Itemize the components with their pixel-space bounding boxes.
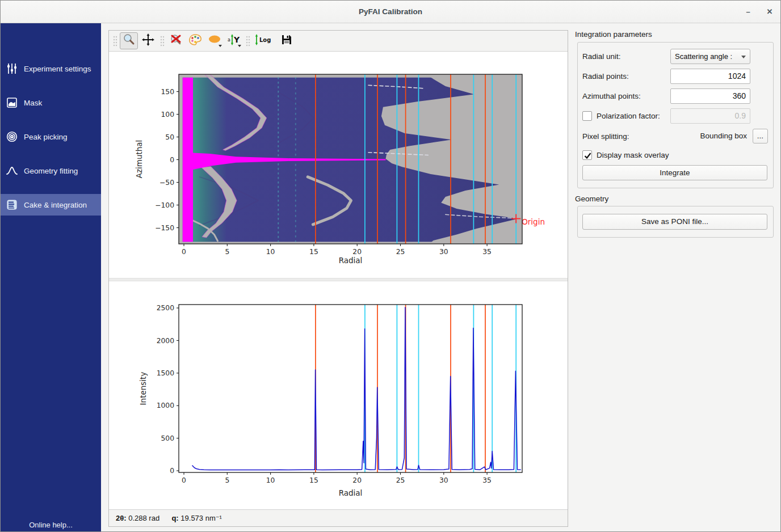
svg-text:5: 5 xyxy=(225,248,229,256)
sidebar: Experiment settings Mask Peak picking Ge… xyxy=(1,23,101,532)
radial-points-input[interactable]: 1024 xyxy=(670,69,750,84)
mask-icon xyxy=(6,96,18,109)
svg-text:Log: Log xyxy=(259,37,271,43)
integration-parameters-group: Radial unit: Scattering angle : Radial p… xyxy=(577,42,774,188)
svg-text:0: 0 xyxy=(170,467,174,475)
log-scale-button[interactable]: Log xyxy=(253,32,276,49)
sidebar-item-label: Peak picking xyxy=(24,133,68,141)
plot-panel: aY Log Origin05101520253035−150−100−5005… xyxy=(108,30,568,527)
rings-icon xyxy=(6,130,18,143)
sidebar-item-peak-picking[interactable]: Peak picking xyxy=(1,126,101,147)
q-label: q: xyxy=(171,514,178,522)
svg-text:0: 0 xyxy=(182,476,186,484)
svg-text:35: 35 xyxy=(482,476,492,484)
sidebar-item-geometry-fitting[interactable]: Geometry fitting xyxy=(1,160,101,181)
svg-text:30: 30 xyxy=(439,248,448,256)
integration-plot-canvas[interactable]: 0510152025303505001000150020002500Radial… xyxy=(109,282,568,509)
tth-value: 0.288 rad xyxy=(128,514,159,522)
svg-text:Radial: Radial xyxy=(339,256,363,265)
colormap-palette-icon xyxy=(188,33,203,49)
svg-text:−100: −100 xyxy=(155,201,174,209)
svg-text:Origin: Origin xyxy=(522,217,545,226)
svg-text:Radial: Radial xyxy=(339,488,363,497)
sidebar-item-label: Mask xyxy=(24,99,42,107)
minimize-button[interactable]: – xyxy=(740,1,757,23)
geometry-title: Geometry xyxy=(575,195,608,203)
save-poni-button[interactable]: Save as PONI file... xyxy=(582,214,767,230)
sidebar-item-cake-integration[interactable]: Cake & integration xyxy=(1,194,101,216)
y-autoscale-button[interactable]: aY xyxy=(225,32,243,49)
svg-text:0: 0 xyxy=(182,248,186,256)
svg-text:150: 150 xyxy=(161,88,174,96)
log-scale-icon: Log xyxy=(253,33,276,49)
svg-text:Azimuthal: Azimuthal xyxy=(135,140,144,179)
close-button[interactable]: ✕ xyxy=(761,1,778,23)
chevron-down-icon xyxy=(219,45,222,47)
svg-text:a: a xyxy=(228,37,230,43)
zoom-tool-button[interactable] xyxy=(120,32,138,49)
svg-text:20: 20 xyxy=(352,248,362,256)
polarization-input[interactable]: 0.9 xyxy=(670,108,750,124)
plot-splitter[interactable] xyxy=(109,278,568,281)
integration-1d-chart[interactable]: 0510152025303505001000150020002500Radial… xyxy=(109,282,568,512)
polarization-label: Polarization factor: xyxy=(597,108,660,124)
window-title: PyFAI Calibration xyxy=(1,1,780,23)
save-button[interactable] xyxy=(278,32,296,49)
app-window: PyFAI Calibration – ✕ Experiment setting… xyxy=(0,0,781,532)
svg-text:1000: 1000 xyxy=(157,402,174,409)
svg-text:25: 25 xyxy=(396,248,405,256)
toolbar-grip[interactable] xyxy=(112,35,117,47)
zoom-icon xyxy=(122,33,136,49)
colormap-button[interactable] xyxy=(186,32,204,49)
display-mask-checkbox[interactable] xyxy=(582,150,592,160)
save-floppy-icon xyxy=(280,33,293,49)
svg-text:15: 15 xyxy=(309,248,318,256)
polarization-checkbox[interactable] xyxy=(582,111,592,121)
chevron-down-icon xyxy=(741,56,746,58)
display-mask-label: Display mask overlay xyxy=(597,147,669,163)
pixel-splitting-value: Bounding box xyxy=(700,129,747,143)
svg-text:30: 30 xyxy=(439,476,448,484)
svg-text:15: 15 xyxy=(309,476,318,484)
svg-text:35: 35 xyxy=(482,248,492,256)
q-value: 19.573 nm⁻¹ xyxy=(180,514,222,522)
svg-text:10: 10 xyxy=(266,476,275,484)
pan-tool-button[interactable] xyxy=(139,32,157,49)
zoom-reset-button[interactable] xyxy=(167,32,185,49)
online-help-link[interactable]: Online help... xyxy=(1,521,101,529)
geometry-group: Save as PONI file... xyxy=(577,206,774,238)
zoom-reset-icon xyxy=(169,33,183,49)
sliders-icon xyxy=(6,62,18,75)
cake-layers-icon xyxy=(6,199,18,211)
toolbar-grip[interactable] xyxy=(245,35,250,47)
integrate-button[interactable]: Integrate xyxy=(582,165,767,180)
toolbar-grip[interactable] xyxy=(159,35,165,47)
sidebar-item-label: Geometry fitting xyxy=(24,167,78,175)
integration-parameters-title: Integration parameters xyxy=(575,30,652,39)
svg-text:0: 0 xyxy=(170,156,174,164)
peak-curve-icon xyxy=(6,164,18,177)
mask-display-button[interactable] xyxy=(205,32,224,49)
cake-plot-canvas[interactable]: Origin05101520253035−150−100−50050100150… xyxy=(109,52,568,278)
pixel-splitting-more-button[interactable]: ... xyxy=(753,129,768,143)
radial-unit-select[interactable]: Scattering angle : xyxy=(670,49,750,64)
svg-text:−150: −150 xyxy=(155,224,174,232)
svg-text:10: 10 xyxy=(266,248,275,256)
svg-text:Intensity: Intensity xyxy=(138,372,148,406)
plot-statusbar: 2θ: 0.288 rad q: 19.573 nm⁻¹ xyxy=(109,509,568,526)
svg-text:100: 100 xyxy=(161,111,174,119)
radial-unit-value: Scattering angle : xyxy=(675,52,732,61)
sidebar-item-experiment-settings[interactable]: Experiment settings xyxy=(1,58,101,79)
sidebar-item-mask[interactable]: Mask xyxy=(1,92,101,113)
cake-2d-chart[interactable]: Origin05101520253035−150−100−50050100150… xyxy=(109,52,568,280)
check-icon xyxy=(583,151,592,160)
azimuthal-points-input[interactable]: 360 xyxy=(670,88,750,104)
svg-text:2500: 2500 xyxy=(157,304,174,312)
azimuthal-points-label: Azimuthal points: xyxy=(582,88,641,104)
tth-label: 2θ: xyxy=(116,514,127,522)
radial-unit-label: Radial unit: xyxy=(582,49,621,64)
svg-text:1500: 1500 xyxy=(157,369,174,377)
titlebar: PyFAI Calibration – ✕ xyxy=(1,1,780,23)
radial-points-label: Radial points: xyxy=(582,69,629,84)
svg-text:5: 5 xyxy=(225,476,229,484)
